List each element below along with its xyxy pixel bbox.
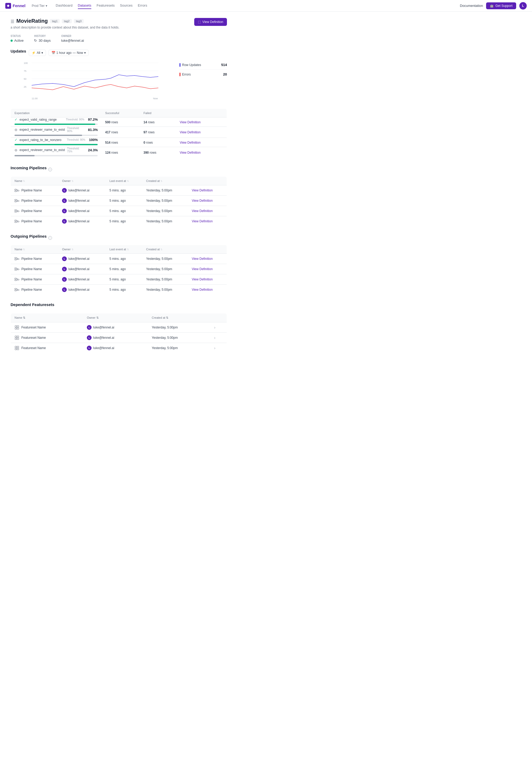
svg-text:25: 25 [24,86,26,88]
outgoing-title: Outgoing Pipelines [10,234,47,238]
pipeline-name-cell: Pipeline Name [11,254,59,264]
logo-icon [5,3,11,9]
nav-datasets[interactable]: Datasets [78,2,91,9]
meta-row: STATUS Active HISTORY ↻ 30 days OWNER lu… [10,35,227,43]
pipeline-view-def-link[interactable]: View Definition [192,220,213,223]
svg-text:100: 100 [24,62,28,64]
pipeline-view-def[interactable]: View Definition [188,274,227,285]
svg-rect-39 [17,258,19,259]
exp-bar [14,124,95,125]
exp-name-cell: ✓ expect_valid_rating_range Threshold: 9… [11,117,102,127]
pipeline-view-def[interactable]: View Definition [188,254,227,264]
exp-view-def[interactable]: View Definition [176,117,227,127]
updates-title: Updates [10,49,26,53]
exp-bar [14,135,82,136]
pipeline-view-def[interactable]: View Definition [188,206,227,216]
updates-section: Updates ⚡ All ▾ 📅 1 hour ago — Now ▾ 100… [10,49,227,158]
owner-avatar: L [62,198,67,203]
svg-rect-61 [17,328,19,329]
exp-view-def-link[interactable]: View Definition [180,141,201,144]
pipeline-view-def-link[interactable]: View Definition [192,267,213,271]
pipeline-row: Pipeline Name L luke@fennel.ai 5 mins. a… [11,264,227,274]
pipeline-view-def[interactable]: View Definition [188,185,227,196]
outgoing-col-last-event: Last event at ⇅ [106,245,143,254]
featureset-icon [14,325,19,330]
time-range-button[interactable]: 📅 1 hour ago — Now ▾ [49,50,89,56]
svg-rect-60 [15,328,17,329]
svg-rect-16 [15,199,16,200]
nav-avatar[interactable]: L [519,2,527,9]
legend-errors: Errors 20 [179,72,227,76]
pipeline-view-def-link[interactable]: View Definition [192,288,213,292]
pipeline-last-event: 5 mins. ago [106,206,143,216]
nav-featuresets[interactable]: Featuresets [97,2,115,9]
exp-view-def-link[interactable]: View Definition [180,151,201,154]
nav-documentation[interactable]: Documentation [460,4,483,8]
featureset-owner-cell: L luke@fennel.ai [83,333,148,343]
pipeline-view-def[interactable]: View Definition [188,285,227,295]
pipeline-view-def-link[interactable]: View Definition [192,278,213,281]
view-definition-button[interactable]: ⬚ View Definition [194,18,227,26]
outgoing-col-created: Created at ⇅ [143,245,188,254]
svg-rect-41 [15,269,16,271]
owner-email: luke@fennel.ai [68,267,90,271]
exp-view-def[interactable]: View Definition [176,127,227,138]
exp-name-label: expect_reviewer_name_to_exist [19,148,65,152]
featureset-row[interactable]: Featureset Name L luke@fennel.ai Yesterd… [11,323,227,333]
tag-3[interactable]: tag3 [74,19,84,23]
exp-view-def-link[interactable]: View Definition [180,131,201,134]
incoming-col-name: Name ⇅ [11,177,59,185]
featureset-name: Featureset Name [21,346,46,350]
owner-email: luke@fennel.ai [68,220,90,223]
exp-view-def-link[interactable]: View Definition [180,120,201,124]
exp-status-icon: ⊖ [14,148,17,152]
pipeline-view-def[interactable]: View Definition [188,216,227,227]
pipeline-view-def-link[interactable]: View Definition [192,199,213,202]
exp-name-cell: ⊖ expect_reviewer_name_to_exist Threshol… [11,147,102,158]
exp-threshold: Threshold: 90% [67,127,84,133]
nav-sources[interactable]: Sources [120,2,133,9]
exp-name-label: expect_valid_rating_range [19,118,57,121]
pipeline-name-cell: Pipeline Name [11,196,59,206]
legend-row-updates: Row Updates 514 [179,63,227,67]
incoming-col-owner: Owner ⇅ [58,177,106,185]
pipeline-view-def[interactable]: View Definition [188,196,227,206]
pipeline-view-def[interactable]: View Definition [188,264,227,274]
nav-dashboard[interactable]: Dashboard [56,2,72,9]
featureset-col-created: Created at ⇅ [148,313,211,323]
pipeline-owner-cell: L luke@fennel.ai [58,206,106,216]
featureset-row[interactable]: Featureset Name L luke@fennel.ai Yesterd… [11,343,227,353]
nav-support-button[interactable]: 🤖 Get Support [486,2,516,9]
tier-badge[interactable]: Prod Tier ▾ [32,4,47,8]
exp-failed: 390 rows [140,147,176,158]
exp-successful: 500 rows [101,117,140,127]
chart-container: 100 75 50 25 11:00 Now [10,60,227,103]
pipeline-name: Pipeline Name [21,267,42,271]
exp-name-cell: ✓ expect_rating_to_be_nonzero Threshold:… [11,138,102,147]
pipeline-row: Pipeline Name L luke@fennel.ai 5 mins. a… [11,206,227,216]
tag-2[interactable]: tag2 [62,19,71,23]
exp-view-def[interactable]: View Definition [176,138,227,147]
filter-all-button[interactable]: ⚡ All ▾ [29,50,46,56]
featureset-owner-cell: L luke@fennel.ai [83,323,148,333]
incoming-section-header: Incoming Pipelines i [10,165,227,173]
exp-pct: 100% [89,138,98,142]
featureset-row[interactable]: Featureset Name L luke@fennel.ai Yesterd… [11,333,227,343]
pipeline-created: Yesterday, 5:00pm [143,185,188,196]
exp-bar [14,155,35,156]
pipeline-view-def-link[interactable]: View Definition [192,189,213,192]
exp-name-label: expect_rating_to_be_nonzero [19,138,61,142]
tag-1[interactable]: tag1 [50,19,60,23]
exp-view-def[interactable]: View Definition [176,147,227,158]
exp-failed: 0 rows [140,138,176,147]
pipeline-row: Pipeline Name L luke@fennel.ai 5 mins. a… [11,216,227,227]
pipeline-view-def-link[interactable]: View Definition [192,257,213,261]
nav-errors[interactable]: Errors [138,2,147,9]
svg-rect-40 [15,268,16,269]
meta-status: STATUS Active [10,35,23,43]
svg-text:75: 75 [24,70,26,72]
pipeline-view-def-link[interactable]: View Definition [192,209,213,213]
exp-successful: 417 rows [101,127,140,138]
logo[interactable]: Fennel [5,3,25,9]
exp-pct: 24.3% [88,148,98,152]
